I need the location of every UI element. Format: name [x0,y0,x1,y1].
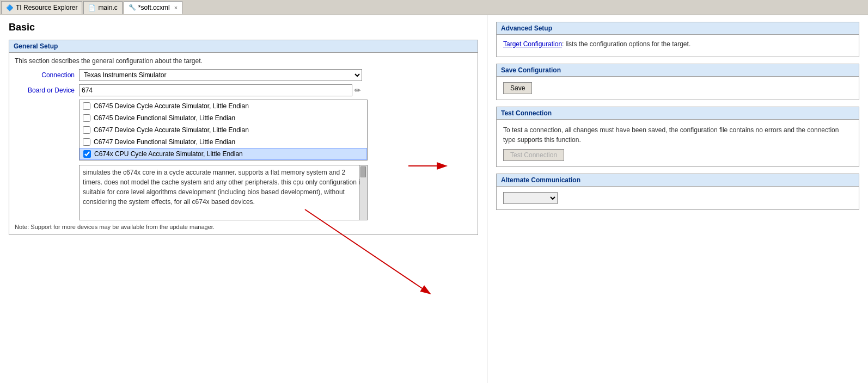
page-title: Basic [9,22,478,33]
desc-scroll-thumb [360,166,366,177]
general-setup-desc: This section describes the general confi… [15,57,472,65]
desc-box: simulates the c674x core in a cycle accu… [79,165,368,220]
device-label-4: C674x CPU Cycle Accurate Simulator, Litt… [94,150,243,158]
device-item[interactable]: C6747 Device Cycle Accurate Simulator, L… [80,124,367,136]
connection-select[interactable]: Texas Instruments Simulator [79,69,362,81]
test-connection-desc: To test a connection, all changes must h… [503,125,852,145]
alternate-communication-header: Alternate Communication [497,174,859,187]
save-config-body: Save [497,77,859,100]
connection-row: Connection Texas Instruments Simulator [15,69,472,81]
target-config-link[interactable]: Target Configuration [503,40,562,48]
desc-scrollbar[interactable] [359,165,367,220]
device-item[interactable]: C6745 Device Functional Simulator, Littl… [80,112,367,124]
general-setup-header: General Setup [9,40,478,53]
alternate-communication-section: Alternate Communication [496,174,859,210]
main-c-icon: 📄 [88,4,96,11]
device-list: C6745 Device Cycle Accurate Simulator, L… [79,100,368,160]
right-panel: Advanced Setup Target Configuration: lis… [487,15,868,383]
connection-label: Connection [15,71,75,79]
board-device-row: Board or Device ✏ [15,84,472,96]
note-text: Note: Support for more devices may be av… [15,224,472,230]
device-label-1: C6745 Device Functional Simulator, Littl… [94,114,235,122]
advanced-text: Target Configuration: lists the configur… [503,40,852,48]
board-device-input[interactable] [79,84,352,96]
save-config-section: Save Configuration Save [496,64,859,100]
general-setup-body: This section describes the general confi… [9,53,478,234]
device-label-2: C6747 Device Cycle Accurate Simulator, L… [94,126,249,134]
tab-main-c[interactable]: 📄 main.c [83,1,122,14]
device-item[interactable]: C6745 Device Cycle Accurate Simulator, L… [80,100,367,112]
ti-resource-icon: 🔷 [6,4,14,11]
device-item[interactable]: C6747 Device Functional Simulator, Littl… [80,136,367,148]
left-panel: Basic General Setup This section describ… [0,15,487,383]
tab-bar: 🔷 TI Resource Explorer 📄 main.c 🔧 *soft.… [0,0,868,15]
tab-ti-resource-label: TI Resource Explorer [16,4,77,11]
test-connection-header: Test Connection [497,107,859,120]
main-content: Basic General Setup This section describ… [0,15,868,383]
tab-ti-resource[interactable]: 🔷 TI Resource Explorer [1,1,82,14]
test-connection-button[interactable]: Test Connection [503,149,564,161]
test-connection-section: Test Connection To test a connection, al… [496,107,859,167]
tab-main-c-label: main.c [98,4,117,11]
alternate-communication-body [497,187,859,209]
connection-control-wrap: Texas Instruments Simulator [79,69,472,81]
tab-soft-ccxml-label: *soft.ccxml [138,4,170,11]
desc-text: simulates the c674x core in a cycle accu… [80,165,367,220]
general-setup-section: General Setup This section describes the… [9,40,478,235]
alternate-communication-select[interactable] [503,192,558,204]
target-config-desc: : lists the configuration options for th… [562,40,690,48]
advanced-setup-section: Advanced Setup Target Configuration: lis… [496,22,859,57]
test-connection-body: To test a connection, all changes must h… [497,120,859,166]
device-checkbox-1[interactable] [83,114,90,122]
device-label-3: C6747 Device Functional Simulator, Littl… [94,138,235,146]
device-checkbox-0[interactable] [83,102,90,110]
device-checkbox-2[interactable] [83,126,90,134]
device-item[interactable]: C674x CPU Cycle Accurate Simulator, Litt… [80,148,367,160]
edit-icon[interactable]: ✏ [354,86,361,95]
save-button[interactable]: Save [503,82,532,94]
tab-soft-ccxml[interactable]: 🔧 *soft.ccxml × [124,1,182,14]
advanced-setup-header: Advanced Setup [497,22,859,35]
tab-soft-ccxml-close[interactable]: × [174,4,178,11]
device-checkbox-3[interactable] [83,138,90,146]
device-checkbox-4[interactable] [83,150,91,158]
device-label-0: C6745 Device Cycle Accurate Simulator, L… [94,102,249,110]
save-config-header: Save Configuration [497,64,859,77]
advanced-setup-body: Target Configuration: lists the configur… [497,35,859,57]
board-device-control-wrap: ✏ [79,84,472,96]
board-device-label: Board or Device [15,87,75,94]
soft-ccxml-icon: 🔧 [129,4,136,11]
